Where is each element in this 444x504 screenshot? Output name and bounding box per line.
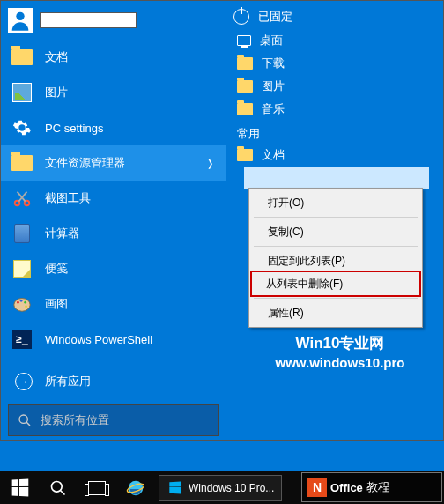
app-sticky-notes[interactable]: 便笺 [1, 251, 226, 286]
app-label: 计算器 [45, 226, 79, 241]
all-apps-label: 所有应用 [45, 374, 91, 389]
pinned-label: 音乐 [262, 101, 285, 117]
app-label: Windows PowerShell [45, 333, 152, 346]
power-row: 已固定 [226, 4, 443, 29]
watermark-line1: Win10专业网 [243, 333, 437, 353]
app-snipping-tool[interactable]: 截图工具 [1, 181, 226, 216]
svg-point-5 [17, 301, 19, 304]
context-properties[interactable]: 属性(R) [252, 301, 419, 324]
calculator-icon [11, 223, 33, 244]
context-menu: 打开(O) 复制(C) 固定到此列表(P) 从列表中删除(F) 属性(R) [248, 188, 423, 328]
office-watermark-badge: N Office 教程 [301, 472, 442, 502]
app-powershell[interactable]: ≥_ Windows PowerShell [1, 322, 226, 357]
svg-point-10 [52, 481, 63, 492]
desktop-icon [237, 35, 251, 46]
separator [254, 298, 418, 299]
all-apps-button[interactable]: → 所有应用 [1, 364, 226, 399]
internet-explorer-icon [126, 478, 145, 498]
context-pin[interactable]: 固定到此列表(P) [252, 249, 419, 272]
app-pictures[interactable]: 图片 [1, 75, 226, 110]
watermark: Win10专业网 www.windows10.pro [243, 333, 437, 370]
documents-folder-icon [11, 47, 33, 68]
frequent-header: 常用 [226, 121, 443, 144]
search-placeholder: 搜索所有位置 [41, 412, 109, 428]
app-label: 文件资源管理器 [45, 155, 125, 171]
sticky-note-icon [11, 258, 33, 279]
app-paint[interactable]: 画图 [1, 286, 226, 322]
svg-point-1 [16, 12, 24, 20]
search-icon [49, 479, 67, 497]
frequent-label: 文档 [262, 147, 285, 163]
windows-logo-icon [169, 482, 181, 494]
app-label: 便笺 [45, 261, 68, 277]
context-remove-from-list[interactable]: 从列表中删除(F) [250, 271, 421, 297]
app-label: 图片 [45, 85, 68, 100]
app-label: PC settings [45, 122, 103, 135]
app-label: 文档 [45, 49, 68, 65]
powershell-icon: ≥_ [11, 329, 33, 350]
frequent-documents[interactable]: 文档 [233, 144, 436, 167]
pinned-pictures[interactable]: 图片 [233, 75, 436, 98]
app-calculator[interactable]: 计算器 [1, 216, 226, 251]
app-pc-settings[interactable]: PC settings [1, 110, 226, 145]
pinned-label: 图片 [262, 78, 285, 94]
user-avatar-icon [8, 8, 33, 33]
search-input[interactable]: 搜索所有位置 [8, 404, 219, 436]
svg-point-9 [19, 415, 27, 423]
app-file-explorer[interactable]: 文件资源管理器 ❭ [1, 145, 226, 181]
user-account-row[interactable] [1, 1, 226, 40]
pinned-label: 桌面 [260, 33, 283, 48]
pinned-downloads[interactable]: 下载 [233, 52, 436, 75]
taskbar-window-item[interactable]: Windows 10 Pro... [159, 475, 282, 501]
separator [254, 246, 418, 247]
svg-point-6 [20, 300, 23, 302]
settings-gear-icon [11, 117, 33, 138]
context-open[interactable]: 打开(O) [252, 191, 419, 214]
search-icon [18, 413, 32, 427]
folder-icon [237, 103, 253, 115]
folder-icon [237, 80, 253, 93]
user-name [40, 12, 137, 28]
context-copy[interactable]: 复制(C) [252, 220, 419, 243]
folder-icon [237, 57, 253, 70]
watermark-line2: www.windows10.pro [243, 355, 437, 370]
paint-icon [11, 293, 33, 315]
windows-logo-icon [11, 479, 28, 497]
pictures-icon [11, 82, 33, 103]
office-logo-icon: N [307, 478, 327, 497]
taskbar-ie-button[interactable] [116, 471, 155, 505]
file-explorer-icon [11, 152, 33, 174]
office-text1: Office [330, 481, 363, 494]
pinned-desktop[interactable]: 桌面 [233, 29, 436, 52]
pinned-label: 下载 [262, 56, 285, 71]
pinned-music[interactable]: 音乐 [233, 98, 436, 121]
app-documents[interactable]: 文档 [1, 40, 226, 75]
task-view-icon [88, 481, 106, 495]
separator [254, 217, 418, 218]
pinned-apps-list: 文档 图片 PC settings 文件资源管理器 ❭ [1, 40, 226, 364]
folder-icon [237, 149, 253, 161]
arrow-right-icon: → [15, 373, 33, 390]
task-view-button[interactable] [78, 471, 116, 505]
frequent-item-selected[interactable] [244, 167, 429, 189]
pinned-list: 桌面 下载 图片 音乐 [226, 29, 443, 121]
snipping-tool-icon [11, 188, 33, 209]
svg-point-7 [24, 301, 26, 304]
taskbar-search-button[interactable] [39, 471, 78, 505]
app-label: 截图工具 [45, 190, 91, 206]
chevron-right-icon: ❭ [206, 158, 214, 169]
start-button[interactable] [0, 471, 39, 505]
app-label: 画图 [45, 296, 68, 312]
power-icon[interactable] [233, 9, 249, 25]
frequent-list: 文档 [226, 144, 443, 189]
pinned-header: 已固定 [258, 9, 292, 25]
svg-point-8 [25, 305, 27, 308]
office-text2: 教程 [366, 479, 389, 495]
taskbar-task-label: Windows 10 Pro... [189, 482, 274, 494]
